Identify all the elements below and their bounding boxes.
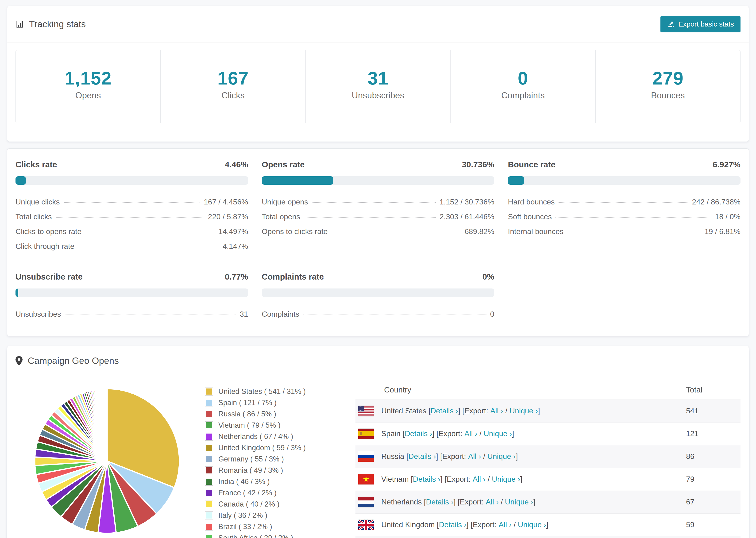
stat-value: 31 xyxy=(308,69,448,87)
table-row-gb: United Kingdom [Details ›] [Export: All … xyxy=(355,513,740,536)
legend-item: United States ( 541 / 31% ) xyxy=(205,387,349,396)
dotted-leader xyxy=(65,314,236,315)
progress-bar-fill xyxy=(16,176,26,185)
rate-detail-value: 0 xyxy=(490,310,495,319)
export-all-link[interactable]: All › xyxy=(468,452,481,461)
export-all-link[interactable]: All › xyxy=(473,475,486,484)
legend-label: Canada ( 40 / 2% ) xyxy=(218,500,279,509)
row-total: 121 xyxy=(686,429,740,438)
rate-detail-label: Hard bounces xyxy=(508,198,555,206)
legend-label: Vietnam ( 79 / 5% ) xyxy=(218,421,281,430)
tracking-stats-card: Tracking stats Export basic stats 1,152O… xyxy=(7,6,749,142)
rate-detail-value: 1,152 / 30.736% xyxy=(440,198,494,206)
text-spacer xyxy=(488,406,490,415)
rate-detail-value: 242 / 86.738% xyxy=(692,198,740,206)
dotted-leader xyxy=(312,202,436,203)
row-total: 79 xyxy=(686,475,740,484)
table-row-vn: Vietnam [Details ›] [Export: All › / Uni… xyxy=(355,468,740,491)
stat-label: Complaints xyxy=(453,91,593,100)
rate-detail-label: Soft bounces xyxy=(508,212,552,221)
legend-item: France ( 42 / 2% ) xyxy=(205,489,349,497)
rate-title: Bounce rate xyxy=(508,160,555,169)
export-unique-link[interactable]: Unique › xyxy=(492,475,520,484)
dotted-leader xyxy=(304,217,436,218)
country-cell: Vietnam [Details ›] [Export: All › / Uni… xyxy=(381,475,522,484)
dotted-leader xyxy=(567,232,701,232)
tracking-stats-title: Tracking stats xyxy=(16,19,86,29)
legend-swatch xyxy=(205,512,213,519)
details-link[interactable]: Details › xyxy=(405,429,432,438)
page: Tracking stats Export basic stats 1,152O… xyxy=(0,6,756,538)
rates-grid: Clicks rate4.46%Unique clicks167 / 4.456… xyxy=(16,160,740,322)
rate-block-header: Bounce rate6.927% xyxy=(508,160,740,169)
legend-item: Germany ( 55 / 3% ) xyxy=(205,455,349,463)
stat-value: 279 xyxy=(598,69,738,87)
export-all-link[interactable]: All › xyxy=(464,429,477,438)
details-link[interactable]: Details › xyxy=(426,498,453,506)
geo-table: Country Total United States [Details ›] … xyxy=(355,380,740,538)
dotted-leader xyxy=(559,202,688,203)
bracket: ] xyxy=(533,498,535,506)
details-link[interactable]: Details › xyxy=(431,406,458,415)
text-spacer xyxy=(470,475,473,484)
rate-detail-row: Total opens2,303 / 61.446% xyxy=(262,209,495,224)
rate-title: Clicks rate xyxy=(16,160,57,169)
export-label: Export: xyxy=(460,498,483,506)
export-icon xyxy=(667,21,675,28)
export-unique-link[interactable]: Unique › xyxy=(505,498,533,506)
export-unique-link[interactable]: Unique › xyxy=(510,406,538,415)
bracket: [ xyxy=(411,475,413,484)
slash-separator: / xyxy=(503,406,510,415)
export-all-link[interactable]: All › xyxy=(486,498,499,506)
rate-detail-value: 167 / 4.456% xyxy=(204,198,248,206)
progress-bar xyxy=(508,176,740,185)
rate-detail-row: Complaints0 xyxy=(262,307,495,322)
rate-value: 30.736% xyxy=(462,160,494,169)
details-link[interactable]: Details › xyxy=(439,520,466,529)
country-cell: Netherlands [Details ›] [Export: All › /… xyxy=(381,498,535,506)
legend-swatch xyxy=(205,388,213,395)
text-spacer xyxy=(435,520,437,529)
legend-swatch xyxy=(205,399,213,406)
export-button-label: Export basic stats xyxy=(678,20,734,28)
details-link[interactable]: Details › xyxy=(413,475,441,484)
rate-title: Opens rate xyxy=(262,160,305,169)
rate-detail-label: Unique opens xyxy=(262,198,308,206)
export-label: Export: xyxy=(442,452,466,461)
slash-separator: / xyxy=(486,475,492,484)
column-header-total: Total xyxy=(686,385,740,394)
geo-title-text: Campaign Geo Opens xyxy=(28,356,119,366)
legend-label: Germany ( 55 / 3% ) xyxy=(218,455,284,463)
stat-cell-clicks: 167Clicks xyxy=(161,50,305,123)
country-name: Spain xyxy=(381,429,401,438)
stat-value: 1,152 xyxy=(18,69,158,87)
legend-swatch xyxy=(205,523,213,530)
stats-summary-row: 1,152Opens167Clicks31Unsubscribes0Compla… xyxy=(16,50,740,123)
rate-block-1: Opens rate30.736%Unique opens1,152 / 30.… xyxy=(262,160,495,254)
export-unique-link[interactable]: Unique › xyxy=(518,520,546,529)
export-unique-link[interactable]: Unique › xyxy=(484,429,512,438)
bracket: ] xyxy=(520,475,522,484)
export-basic-stats-button[interactable]: Export basic stats xyxy=(661,16,740,32)
rate-detail-value: 31 xyxy=(240,310,248,319)
stat-label: Clicks xyxy=(163,91,303,100)
map-pin-icon xyxy=(16,356,23,365)
country-cell: United States [Details ›] [Export: All ›… xyxy=(381,406,540,415)
rate-detail-label: Complaints xyxy=(262,310,299,319)
dotted-leader xyxy=(303,314,486,315)
stat-label: Opens xyxy=(18,91,158,100)
legend-label: Spain ( 121 / 7% ) xyxy=(218,399,277,407)
flag-gb-icon xyxy=(358,520,374,530)
rate-block-0: Clicks rate4.46%Unique clicks167 / 4.456… xyxy=(16,160,248,254)
progress-bar-fill xyxy=(262,176,333,185)
text-spacer xyxy=(484,498,486,506)
tracking-stats-header: Tracking stats Export basic stats xyxy=(7,6,749,42)
details-link[interactable]: Details › xyxy=(408,452,436,461)
pie-slice-other-43 xyxy=(107,389,107,461)
rate-detail-label: Total opens xyxy=(262,212,300,221)
export-unique-link[interactable]: Unique › xyxy=(487,452,516,461)
export-all-link[interactable]: All › xyxy=(490,406,503,415)
export-all-link[interactable]: All › xyxy=(499,520,512,529)
row-total: 541 xyxy=(686,406,740,415)
rate-block-3: Unsubscribe rate0.77%Unsubscribes31 xyxy=(16,272,248,322)
